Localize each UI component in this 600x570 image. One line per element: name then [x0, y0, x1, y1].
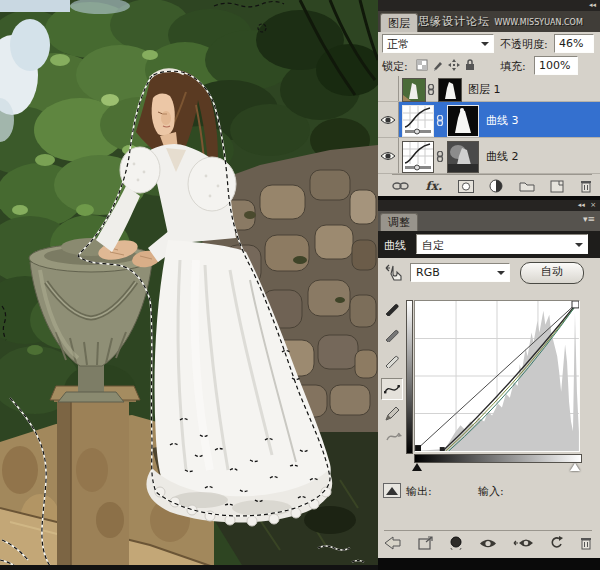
layer-list: 图层 1 — [378, 76, 600, 174]
opacity-label: 不透明度: — [500, 37, 548, 52]
collapse-panel-icon[interactable]: ◂◂ — [589, 1, 596, 9]
smooth-curve-icon[interactable] — [384, 428, 402, 444]
layer-mask-thumbnail[interactable] — [447, 141, 479, 173]
visibility-icon[interactable] — [479, 538, 497, 549]
opacity-value: 46% — [559, 37, 583, 50]
adjustments-panel: ◂◂ × 调整 ▾≡ 曲线 自定 RGB — [378, 200, 600, 558]
mask-link-icon[interactable] — [436, 115, 444, 126]
adjustments-footer — [384, 530, 592, 555]
right-sleeve — [188, 157, 236, 211]
new-group-icon[interactable] — [519, 180, 535, 192]
channel-select[interactable]: RGB — [410, 263, 510, 282]
tab-layers[interactable]: 图层 — [380, 13, 418, 32]
delete-adjustment-icon[interactable] — [580, 536, 592, 550]
highlight-input-slider[interactable] — [570, 463, 580, 471]
lock-label: 锁定: — [382, 59, 408, 74]
close-panel-icon[interactable]: × — [590, 201, 596, 209]
input-label: 输入: — [478, 484, 504, 499]
layer-style-icon[interactable]: fx. — [426, 179, 443, 193]
view-previous-state-icon[interactable] — [513, 537, 535, 549]
adjustments-tab-bar: 调整 ▾≡ — [378, 211, 600, 231]
link-layers-icon[interactable] — [392, 181, 410, 191]
canvas-bottom-edge — [0, 565, 378, 570]
new-layer-icon[interactable] — [550, 180, 564, 193]
pedestal — [50, 386, 140, 570]
panel-menu-icon[interactable]: ▾≡ — [583, 214, 595, 224]
blend-mode-select[interactable]: 正常 — [382, 34, 494, 53]
output-input-row: 输出: 输入: — [378, 482, 600, 502]
edit-points-tool[interactable] — [381, 378, 403, 400]
layers-footer: fx. — [392, 174, 592, 197]
layers-tab-bar: 图层 思缘设计论坛 WWW.MISSYUAN.COM — [378, 11, 600, 32]
eye-icon — [380, 151, 396, 161]
layer-mask-thumbnail[interactable] — [438, 78, 462, 102]
curves-title-strip: 曲线 自定 — [378, 231, 600, 258]
layers-panel-header: ◂◂ — [378, 0, 600, 11]
mask-link-icon[interactable] — [427, 84, 435, 95]
panel-column: ◂◂ 图层 思缘设计论坛 WWW.MISSYUAN.COM 正常 不透明度: 4… — [378, 0, 600, 570]
fill-input[interactable]: 100% — [534, 56, 578, 75]
delete-layer-icon[interactable] — [580, 179, 592, 193]
clipping-preview-icon[interactable] — [383, 483, 401, 498]
auto-button[interactable]: 自动 — [520, 262, 584, 284]
layer-name: 图层 1 — [468, 82, 501, 97]
adjustments-panel-header: ◂◂ × — [378, 200, 600, 211]
draw-curve-pencil-icon[interactable] — [384, 406, 400, 422]
clip-to-layer-icon[interactable] — [449, 536, 463, 550]
lock-pixels-icon[interactable] — [432, 59, 444, 71]
blend-opacity-row: 正常 不透明度: 46% — [378, 32, 600, 56]
return-to-list-icon[interactable] — [384, 536, 402, 550]
photo-canvas[interactable] — [0, 0, 378, 570]
fill-label: 填充: — [500, 59, 526, 74]
new-adjustment-layer-icon[interactable] — [489, 179, 503, 193]
layer-name: 曲线 2 — [486, 149, 519, 164]
curve-grid[interactable] — [414, 300, 580, 452]
layer-name: 曲线 3 — [486, 113, 519, 128]
output-label: 输出: — [406, 484, 432, 499]
opacity-input[interactable]: 46% — [554, 34, 594, 53]
watermark: 思缘设计论坛 WWW.MISSYUAN.COM — [418, 14, 598, 29]
lock-fill-row: 锁定: 填充: 100% — [378, 56, 600, 76]
layer-row-quxian2[interactable]: 曲线 2 — [378, 138, 600, 174]
black-point-marker — [415, 445, 421, 451]
layer-thumbnail[interactable] — [402, 78, 426, 102]
blend-mode-value: 正常 — [387, 37, 409, 52]
gray-point-eyedropper-icon[interactable] — [384, 326, 400, 342]
output-gradient-bar — [406, 300, 413, 454]
watermark-url: WWW.MISSYUAN.COM — [495, 18, 583, 27]
targeted-adjustment-icon[interactable] — [383, 262, 405, 284]
lock-all-icon[interactable] — [464, 58, 476, 71]
chevron-down-icon — [481, 42, 489, 50]
shadow-input-slider[interactable] — [412, 463, 422, 471]
photoshop-workspace: ◂◂ 图层 思缘设计论坛 WWW.MISSYUAN.COM 正常 不透明度: 4… — [0, 0, 600, 570]
layer-row-quxian3[interactable]: 曲线 3 — [378, 102, 600, 138]
visibility-toggle[interactable] — [378, 138, 399, 173]
curve-editor — [378, 288, 600, 478]
white-point-marker — [572, 301, 579, 308]
white-point-eyedropper-icon[interactable] — [384, 352, 400, 368]
visibility-toggle[interactable] — [378, 102, 399, 137]
curves-label: 曲线 — [384, 238, 406, 253]
fill-value: 100% — [539, 59, 570, 72]
tab-adjustments[interactable]: 调整 — [380, 213, 418, 231]
curves-adjustment-thumbnail[interactable] — [402, 141, 434, 173]
visibility-toggle[interactable] — [378, 76, 399, 101]
reset-icon[interactable] — [550, 536, 564, 550]
channel-row: RGB 自动 — [378, 258, 600, 288]
mask-link-icon[interactable] — [436, 151, 444, 162]
watermark-name: 思缘设计论坛 — [418, 15, 490, 28]
curves-preset-select[interactable]: 自定 — [416, 234, 588, 254]
eye-icon — [380, 115, 396, 125]
layers-panel: ◂◂ 图层 思缘设计论坛 WWW.MISSYUAN.COM 正常 不透明度: 4… — [378, 0, 600, 196]
layer-mask-thumbnail[interactable] — [447, 105, 479, 137]
expanded-view-icon[interactable] — [418, 536, 434, 550]
layer-row-tuceng1[interactable]: 图层 1 — [378, 76, 600, 102]
channel-value: RGB — [416, 266, 440, 279]
lock-position-icon[interactable] — [448, 59, 460, 71]
add-layer-mask-icon[interactable] — [458, 180, 474, 193]
curves-adjustment-thumbnail[interactable] — [402, 105, 434, 137]
collapse-panel-icon[interactable]: ◂◂ — [578, 201, 585, 209]
black-point-eyedropper-icon[interactable] — [384, 300, 400, 316]
input-gradient-bar — [414, 454, 582, 463]
lock-transparency-icon[interactable] — [416, 59, 428, 71]
